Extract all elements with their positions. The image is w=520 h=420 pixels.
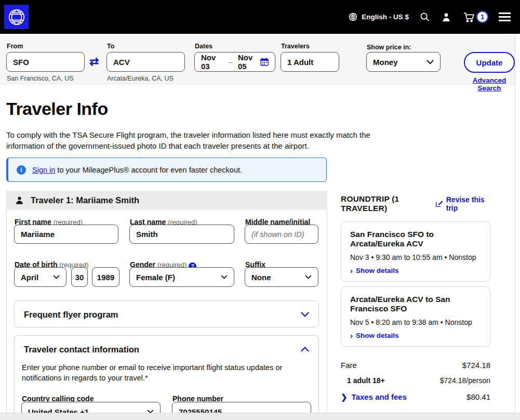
menu-icon[interactable]	[499, 12, 511, 21]
segment-details: Nov 5 • 8:20 am to 9:38 am • Nonstop	[350, 318, 481, 326]
dates-field[interactable]: Nov 03 – Nov 05	[194, 52, 275, 72]
date-range-separator: –	[229, 58, 233, 66]
adult-fare-amount: $724.18/person	[440, 376, 490, 385]
to-city-sublabel: Arcata/Eureka, CA, US	[107, 75, 174, 82]
segment-details: Nov 3 • 9:30 am to 10:55 am • Nonstop	[350, 253, 481, 261]
frequent-flyer-accordion: Frequent flyer program	[14, 300, 319, 327]
frequent-flyer-accordion-header[interactable]: Frequent flyer program	[15, 301, 318, 328]
middle-name-input[interactable]	[245, 225, 318, 244]
sign-in-link[interactable]: Sign in	[32, 166, 55, 174]
trip-summary-panel: ROUNDTRIP (1 TRAVELER) Revise this trip …	[341, 194, 490, 420]
vertical-scrollbar[interactable]	[515, 34, 520, 413]
dob-year-input[interactable]	[92, 267, 119, 287]
adult-fare-row: 1 adult 18+ $724.18/person	[341, 376, 490, 385]
chevron-right-icon: ›	[350, 332, 353, 339]
travelers-label: Travelers	[281, 43, 310, 50]
taxes-amount: $80.41	[466, 392, 490, 401]
show-details-link[interactable]: › Show details	[350, 332, 481, 339]
show-price-in-label: Show price in:	[367, 44, 411, 51]
chevron-down-icon	[301, 312, 309, 317]
suffix-select[interactable]: None	[245, 267, 318, 287]
revise-trip-link[interactable]: Revise this trip	[435, 195, 490, 212]
swap-airports-icon[interactable]: ⇄	[89, 55, 99, 69]
united-logo[interactable]	[4, 5, 29, 29]
from-input[interactable]: SFO	[6, 52, 85, 72]
signin-banner-text: Sign in to your MileagePlus® account for…	[32, 166, 242, 174]
traveler-card-title: Traveler 1: Mariiame Smith	[31, 195, 139, 205]
traveler-card-header: Traveler 1: Mariiame Smith	[6, 191, 327, 210]
taxes-and-fees-link[interactable]: ❯ Taxes and fees	[341, 392, 407, 401]
chevron-down-icon	[305, 275, 312, 279]
price-display-select[interactable]: Money	[366, 52, 441, 72]
tsa-notice: To comply with the TSA Secure Flight pro…	[6, 129, 378, 151]
flight-segment-card: San Francisco SFO to Arcata/Eureka ACV N…	[341, 221, 490, 282]
to-label: To	[107, 43, 114, 50]
dob-day-input[interactable]	[71, 267, 88, 287]
last-name-input[interactable]	[129, 225, 234, 244]
top-navigation-bar: English - US $ 1	[0, 0, 520, 34]
chevron-down-icon	[221, 275, 228, 279]
info-icon: i	[17, 165, 26, 175]
contact-info-description: Enter your phone number or email to rece…	[22, 362, 305, 383]
cart-count-badge[interactable]: 1	[476, 11, 488, 23]
cart-button[interactable]: 1	[462, 10, 488, 23]
calendar-icon[interactable]	[260, 58, 269, 66]
language-label: English - US $	[362, 13, 409, 21]
united-globe-icon	[7, 7, 26, 27]
edit-icon	[435, 200, 443, 208]
from-label: From	[7, 43, 23, 50]
chevron-down-icon	[53, 275, 60, 279]
dates-label: Dates	[195, 43, 212, 50]
chevron-right-icon: ›	[350, 267, 353, 274]
language-currency-selector[interactable]: English - US $	[348, 12, 409, 22]
travelers-field[interactable]: 1 Adult	[281, 52, 339, 72]
chevron-up-icon	[301, 347, 309, 352]
trip-summary-title: ROUNDTRIP (1 TRAVELER)	[341, 194, 435, 213]
gender-select[interactable]: Female (F)	[129, 267, 234, 287]
show-details-link[interactable]: › Show details	[350, 267, 481, 274]
cart-icon	[462, 10, 475, 23]
first-name-input[interactable]	[14, 225, 118, 244]
signin-banner: i Sign in to your MileagePlus® account f…	[6, 158, 327, 182]
segment-route: San Francisco SFO to Arcata/Eureka ACV	[350, 230, 481, 248]
update-button[interactable]: Update	[464, 52, 515, 73]
contact-info-accordion-header[interactable]: Traveler contact information	[15, 336, 318, 363]
flight-segment-card: Arcata/Eureka ACV to San Francisco SFO N…	[341, 286, 490, 347]
page-title: Traveler Info	[6, 99, 108, 119]
search-icon[interactable]	[419, 11, 430, 22]
taxes-row: ❯ Taxes and fees $80.41	[341, 392, 490, 401]
traveler-icon	[15, 195, 24, 205]
from-city-sublabel: San Francisco, CA, US	[7, 75, 74, 82]
horizontal-scrollbar[interactable]	[0, 413, 520, 420]
globe-icon	[348, 12, 358, 22]
fare-amount: $724.18	[462, 361, 490, 370]
advanced-search-link[interactable]: Advanced Search	[464, 76, 515, 92]
chevron-down-icon	[426, 60, 434, 64]
to-input[interactable]: ACV	[106, 52, 185, 72]
dob-month-select[interactable]: April	[14, 267, 66, 287]
account-icon[interactable]	[441, 11, 452, 23]
segment-route: Arcata/Eureka ACV to San Francisco SFO	[350, 295, 481, 313]
chevron-right-icon: ❯	[341, 393, 348, 401]
fare-row: Fare $724.18	[341, 361, 490, 370]
